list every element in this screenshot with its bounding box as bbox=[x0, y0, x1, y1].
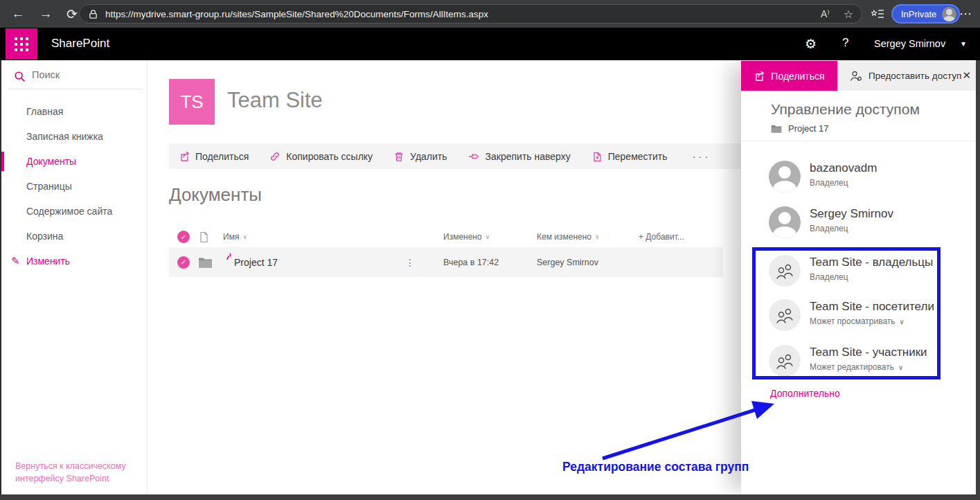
help-icon[interactable]: ? bbox=[842, 36, 848, 50]
favorites-bar-icon[interactable] bbox=[871, 8, 884, 20]
inprivate-label: InPrivate bbox=[901, 9, 936, 19]
move-label: Переместить bbox=[608, 151, 668, 162]
row-more-icon[interactable]: ⋮ bbox=[405, 257, 415, 268]
group-avatar bbox=[769, 299, 801, 331]
tab-share[interactable]: Поделиться bbox=[741, 61, 837, 91]
address-bar[interactable]: https://mydrive.smart-group.ru/sites/Sam… bbox=[79, 4, 862, 24]
pin-to-top-label: Закрепить наверху bbox=[485, 151, 571, 162]
list-item-visitors-group: Team Site - посетители Может просматрива… bbox=[769, 299, 934, 331]
search-input[interactable] bbox=[32, 69, 136, 80]
panel-title: Управление доступом bbox=[771, 101, 920, 118]
suite-bar: SharePoint ⚙ ? Sergey Smirnov ▾ bbox=[0, 28, 980, 60]
group-name: Team Site - владельцы bbox=[810, 255, 933, 269]
share-icon bbox=[754, 71, 765, 82]
person-gear-icon bbox=[850, 70, 862, 82]
select-all-checkbox[interactable]: ✓ bbox=[177, 231, 190, 243]
list-item-members-group: Team Site - участники Может редактироват… bbox=[769, 345, 927, 377]
sidebar-item-pages[interactable]: Страницы bbox=[1, 174, 147, 199]
manage-access-panel: Поделиться Предоставить доступ ✕ Управле… bbox=[741, 61, 976, 494]
inprivate-badge[interactable]: InPrivate bbox=[891, 4, 960, 24]
edit-nav-button[interactable]: ✎ Изменить bbox=[1, 249, 147, 274]
chevron-down-icon: ∨ bbox=[485, 233, 490, 240]
lock-icon bbox=[88, 9, 98, 19]
role-chevron-icon[interactable]: ∨ bbox=[900, 318, 905, 325]
sidebar-item-notebook[interactable]: Записная книжка bbox=[1, 124, 147, 149]
edit-nav-label: Изменить bbox=[26, 256, 70, 267]
site-title[interactable]: Team Site bbox=[227, 88, 323, 113]
sidebar-item-documents[interactable]: Документы bbox=[1, 149, 147, 174]
url-text[interactable]: https://mydrive.smart-group.ru/sites/Sam… bbox=[105, 9, 807, 19]
panel-divider bbox=[741, 141, 976, 141]
avatar bbox=[769, 161, 801, 193]
profile-avatar bbox=[942, 7, 956, 21]
account-chevron-icon[interactable]: ▾ bbox=[961, 39, 965, 48]
site-logo[interactable]: TS bbox=[169, 79, 215, 125]
add-column-button[interactable]: + Добавит... bbox=[621, 227, 723, 247]
browser-chrome: ← → ⟳ https://mydrive.smart-group.ru/sit… bbox=[0, 0, 980, 28]
move-icon bbox=[591, 151, 603, 162]
advanced-link[interactable]: Дополнительно bbox=[770, 388, 840, 399]
favorite-star-icon[interactable]: ☆ bbox=[844, 8, 853, 21]
window-border-left bbox=[0, 60, 1, 494]
window-border-right bbox=[976, 60, 980, 494]
row-modified-by: Sergey Smirnov bbox=[537, 258, 598, 267]
role-chevron-icon[interactable]: ∨ bbox=[898, 364, 903, 371]
tab-grant-access[interactable]: Предоставить доступ bbox=[837, 61, 976, 91]
avatar bbox=[769, 206, 801, 238]
delete-button[interactable]: Удалить bbox=[393, 151, 447, 162]
group-people-icon bbox=[774, 261, 795, 280]
person-role: Владелец bbox=[810, 224, 848, 233]
table-row[interactable]: ✓ Project 17 ⋮ Вчера в 17:42 Sergey Smir… bbox=[169, 247, 723, 277]
group-name: Team Site - участники bbox=[810, 345, 927, 359]
classic-interface-link[interactable]: Вернуться к классическому интерфейсу Sha… bbox=[15, 460, 134, 485]
search-box[interactable] bbox=[1, 69, 147, 89]
folder-icon bbox=[198, 256, 213, 268]
account-name[interactable]: Sergey Smirnov bbox=[874, 38, 945, 49]
group-avatar bbox=[769, 255, 801, 287]
group-role: Может просматривать bbox=[810, 316, 896, 326]
list-item-bazanovadm: bazanovadm Владелец bbox=[769, 161, 877, 193]
sidebar-nav: Главная Записная книжка Документы Страни… bbox=[1, 99, 147, 249]
move-button[interactable]: Переместить bbox=[591, 151, 668, 162]
list-item-owners-group: Team Site - владельцы Владелец bbox=[769, 255, 933, 287]
row-checkbox[interactable]: ✓ bbox=[177, 256, 190, 269]
group-role: Владелец bbox=[810, 272, 848, 282]
sidebar-item-site-contents[interactable]: Содержимое сайта bbox=[1, 199, 147, 224]
pencil-icon: ✎ bbox=[11, 249, 20, 274]
column-header-modified-by[interactable]: Кем изменено ∨ bbox=[519, 227, 621, 247]
browser-window: ← → ⟳ https://mydrive.smart-group.ru/sit… bbox=[0, 0, 980, 500]
search-icon bbox=[14, 71, 26, 83]
group-role: Может редактировать bbox=[810, 362, 894, 372]
more-commands-icon[interactable]: ··· bbox=[693, 150, 711, 162]
read-aloud-icon[interactable]: A⁾ bbox=[821, 8, 830, 19]
list-header-row: ✓ Имя ∨ Изменено ∨ Кем изменено ∨ + Доба… bbox=[169, 227, 723, 247]
back-button[interactable]: ← bbox=[6, 0, 30, 28]
person-name: Sergey Smirnov bbox=[810, 206, 893, 221]
panel-item: Project 17 bbox=[771, 123, 829, 134]
sidebar-item-home[interactable]: Главная bbox=[1, 99, 147, 124]
copy-link-button[interactable]: Копировать ссылку bbox=[269, 151, 373, 162]
close-icon[interactable]: ✕ bbox=[962, 69, 971, 82]
gear-icon[interactable]: ⚙ bbox=[805, 36, 817, 52]
pin-to-top-button[interactable]: Закрепить наверху bbox=[468, 151, 571, 162]
browser-menu-icon[interactable]: ⋯ bbox=[959, 6, 972, 21]
tab-share-label: Поделиться bbox=[771, 71, 824, 82]
share-button[interactable]: Поделиться bbox=[179, 151, 249, 162]
person-name: bazanovadm bbox=[810, 161, 877, 175]
person-role: Владелец bbox=[810, 178, 848, 188]
column-header-modified[interactable]: Изменено ∨ bbox=[426, 227, 519, 247]
sidebar-item-recycle-bin[interactable]: Корзина bbox=[1, 224, 147, 249]
list-item-sergey-smirnov: Sergey Smirnov Владелец bbox=[769, 206, 893, 238]
row-modified: Вчера в 17:42 bbox=[443, 258, 499, 267]
row-name[interactable]: Project 17 bbox=[234, 257, 278, 268]
app-name[interactable]: SharePoint bbox=[51, 37, 109, 51]
chevron-down-icon: ∨ bbox=[242, 233, 247, 240]
share-icon bbox=[179, 151, 190, 162]
trash-icon bbox=[393, 151, 404, 162]
app-launcher-icon[interactable] bbox=[6, 28, 37, 60]
library-title: Документы bbox=[169, 184, 262, 206]
tab-grant-access-label: Предоставить доступ bbox=[868, 71, 961, 81]
column-header-name[interactable]: Имя ∨ bbox=[223, 227, 405, 247]
group-avatar bbox=[769, 345, 801, 377]
forward-button[interactable]: → bbox=[33, 0, 58, 28]
